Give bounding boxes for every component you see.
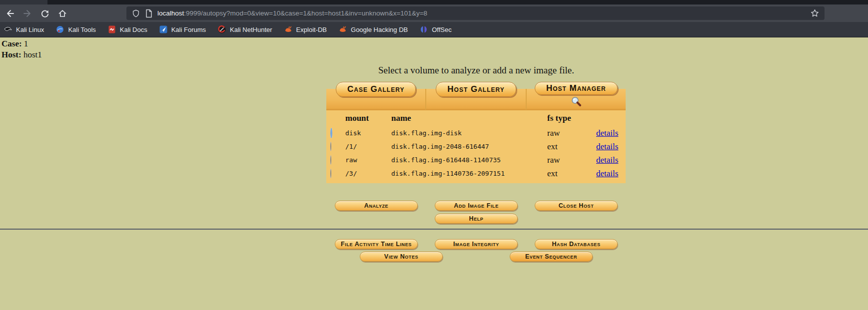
home-button[interactable] bbox=[55, 6, 70, 20]
fstype-cell: raw bbox=[543, 155, 592, 165]
kali-dragon-icon bbox=[4, 25, 12, 33]
active-tab-stub[interactable] bbox=[0, 0, 47, 4]
tab-cell-case-gallery: Case Gallery bbox=[326, 89, 425, 110]
name-cell: disk.flag.img-disk bbox=[387, 129, 543, 137]
details-link[interactable]: details bbox=[596, 169, 618, 178]
table-row: /1/ disk.flag.img-2048-616447 ext detail… bbox=[326, 140, 626, 153]
magnifier-icon bbox=[571, 96, 582, 109]
case-value: 1 bbox=[24, 39, 28, 48]
url-path: :9999/autopsy?mod=0&view=10&case=1&host=… bbox=[184, 9, 427, 17]
bookmark-label: OffSec bbox=[432, 26, 452, 33]
host-line: Host: host1 bbox=[1, 50, 42, 60]
bookmark-label: Kali NetHunter bbox=[230, 26, 272, 33]
name-cell: disk.flag.img-616448-1140735 bbox=[387, 156, 543, 164]
case-line: Case: 1 bbox=[1, 39, 28, 49]
bookmark-label: Kali Forums bbox=[171, 26, 206, 33]
reload-icon bbox=[40, 8, 50, 18]
add-image-file-button[interactable]: Add Image File bbox=[435, 201, 518, 211]
bookmark-kali-docs[interactable]: Kali Docs bbox=[108, 25, 147, 33]
browser-tab-strip bbox=[0, 0, 868, 4]
tab-case-gallery[interactable]: Case Gallery bbox=[336, 82, 416, 97]
volume-radio[interactable] bbox=[330, 142, 331, 151]
bookmark-kali-nethunter[interactable]: Kali NetHunter bbox=[218, 25, 272, 33]
host-label: Host: bbox=[1, 50, 21, 59]
table-row: /3/ disk.flag.img-1140736-2097151 ext de… bbox=[326, 167, 626, 180]
col-header-name: name bbox=[387, 113, 543, 123]
forward-arrow-icon bbox=[22, 8, 32, 18]
kali-forums-icon bbox=[159, 25, 167, 33]
tab-host-gallery[interactable]: Host Gallery bbox=[436, 82, 516, 97]
volume-table: mount name fs type disk disk.flag.img-di… bbox=[326, 110, 626, 183]
details-link[interactable]: details bbox=[596, 155, 618, 165]
bookmarks-bar: Kali Linux Kali Tools Kali Docs Kali For… bbox=[0, 22, 868, 37]
url-host: localhost bbox=[157, 9, 184, 17]
name-cell: disk.flag.img-2048-616447 bbox=[387, 143, 543, 150]
name-cell: disk.flag.img-1140736-2097151 bbox=[387, 170, 543, 177]
tab-cell-host-gallery: Host Gallery bbox=[425, 89, 525, 110]
image-integrity-button[interactable]: Image Integrity bbox=[435, 239, 518, 249]
details-link[interactable]: details bbox=[596, 142, 618, 151]
footer-buttons-row1: File Activity Time Lines Image Integrity… bbox=[335, 239, 618, 249]
fstype-cell: ext bbox=[543, 169, 592, 179]
fstype-cell: ext bbox=[543, 142, 592, 152]
mount-cell: /3/ bbox=[341, 170, 387, 177]
volume-radio[interactable] bbox=[330, 169, 331, 178]
bookmark-kali-linux[interactable]: Kali Linux bbox=[4, 25, 44, 33]
col-header-fstype: fs type bbox=[543, 113, 592, 123]
table-header-row: mount name fs type bbox=[326, 110, 626, 126]
page-info-icon[interactable] bbox=[145, 9, 153, 18]
bookmark-label: Kali Linux bbox=[16, 26, 44, 33]
host-value: host1 bbox=[23, 50, 42, 59]
col-header-mount: mount bbox=[341, 113, 387, 123]
bookmark-kali-tools[interactable]: Kali Tools bbox=[56, 25, 95, 33]
bookmark-kali-forums[interactable]: Kali Forums bbox=[159, 25, 206, 33]
bookmark-label: Kali Docs bbox=[120, 26, 147, 33]
screen: localhost:9999/autopsy?mod=0&view=10&cas… bbox=[0, 0, 868, 310]
mount-cell: raw bbox=[341, 156, 387, 164]
kali-tools-icon bbox=[56, 25, 64, 33]
bookmark-exploit-db[interactable]: Exploit-DB bbox=[284, 25, 327, 33]
help-button[interactable]: Help bbox=[435, 214, 518, 224]
bookmark-label: Kali Tools bbox=[68, 26, 95, 33]
browser-navbar: localhost:9999/autopsy?mod=0&view=10&cas… bbox=[0, 4, 868, 22]
forward-button[interactable] bbox=[20, 6, 35, 20]
details-link[interactable]: details bbox=[596, 128, 618, 138]
bookmark-google-hacking-db[interactable]: Google Hacking DB bbox=[339, 25, 408, 33]
view-notes-button[interactable]: View Notes bbox=[360, 252, 443, 262]
reload-button[interactable] bbox=[37, 6, 52, 20]
analyze-button[interactable]: Analyze bbox=[335, 201, 418, 211]
ghdb-bug-icon bbox=[339, 25, 347, 33]
volume-radio[interactable] bbox=[330, 155, 331, 165]
shield-icon[interactable] bbox=[131, 9, 140, 18]
bookmark-label: Google Hacking DB bbox=[351, 26, 408, 33]
mount-cell: disk bbox=[341, 129, 387, 137]
fstype-cell: raw bbox=[543, 128, 592, 138]
bookmark-label: Exploit-DB bbox=[296, 26, 327, 33]
bookmark-star-icon[interactable] bbox=[810, 8, 820, 18]
url-text[interactable]: localhost:9999/autopsy?mod=0&view=10&cas… bbox=[157, 9, 427, 17]
kali-nethunter-icon bbox=[218, 25, 226, 33]
page-title: Select a volume to analyze or add a new … bbox=[326, 65, 626, 76]
offsec-icon bbox=[420, 25, 428, 33]
action-buttons-row: Analyze Add Image File Close Host bbox=[335, 201, 618, 211]
bookmark-offsec[interactable]: OffSec bbox=[420, 25, 452, 33]
table-row: disk disk.flag.img-disk raw details bbox=[326, 126, 626, 140]
event-sequencer-button[interactable]: Event Sequencer bbox=[510, 252, 593, 262]
page-content: Case: 1 Host: host1 Select a volume to a… bbox=[0, 37, 868, 310]
tab-cell-host-manager: Host Manager bbox=[526, 89, 626, 110]
horizontal-divider bbox=[0, 229, 868, 230]
gallery-tabs: Case Gallery Host Gallery Host Manager bbox=[326, 89, 626, 110]
hash-databases-button[interactable]: Hash Databases bbox=[535, 239, 618, 249]
case-label: Case: bbox=[1, 39, 22, 48]
mount-cell: /1/ bbox=[341, 143, 387, 150]
table-row: raw disk.flag.img-616448-1140735 raw det… bbox=[326, 153, 626, 167]
close-host-button[interactable]: Close Host bbox=[535, 201, 618, 211]
back-button[interactable] bbox=[2, 6, 17, 20]
url-bar[interactable]: localhost:9999/autopsy?mod=0&view=10&cas… bbox=[126, 6, 825, 20]
tab-host-manager[interactable]: Host Manager bbox=[535, 82, 618, 95]
home-icon bbox=[57, 8, 67, 18]
volume-radio[interactable] bbox=[330, 128, 332, 138]
kali-docs-icon bbox=[108, 25, 116, 33]
file-activity-time-lines-button[interactable]: File Activity Time Lines bbox=[335, 239, 418, 249]
back-arrow-icon bbox=[5, 8, 15, 18]
